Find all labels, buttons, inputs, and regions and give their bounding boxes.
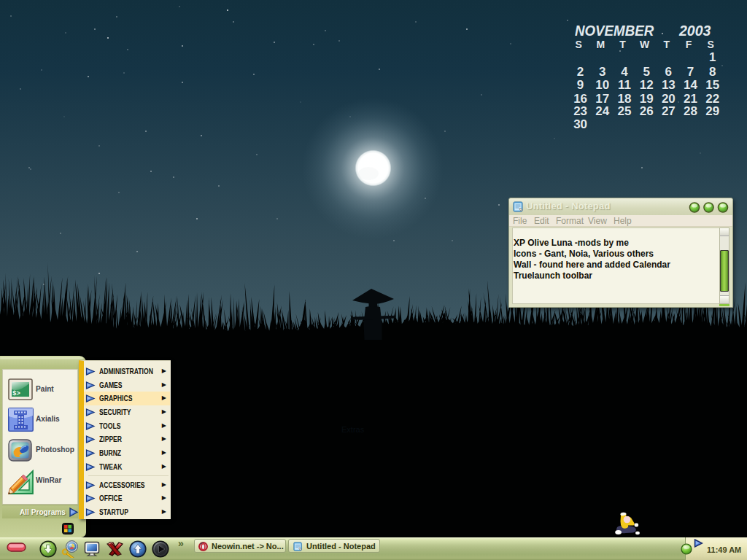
svg-text:$>: $> <box>12 390 20 397</box>
